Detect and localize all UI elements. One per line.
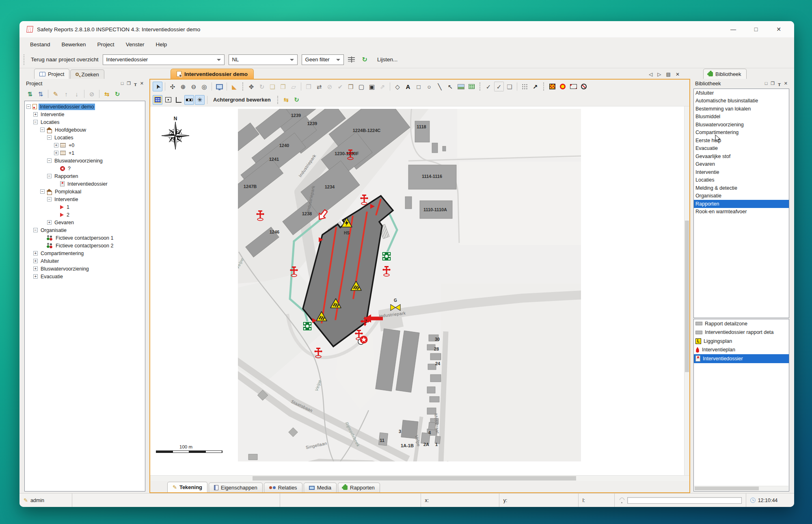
tree-item[interactable]: +Gevaren — [25, 219, 145, 226]
expander-plus[interactable]: + — [54, 143, 58, 147]
tree-item[interactable]: −Locaties — [25, 118, 145, 126]
tree-item[interactable]: Fictieve contactpersoon 2 — [25, 242, 145, 249]
text-tool[interactable]: A — [403, 82, 413, 91]
legend-item[interactable]: Interventiedossier — [694, 354, 789, 363]
crop-tool[interactable]: ▣ — [367, 82, 377, 91]
expander-plus[interactable]: + — [33, 274, 38, 279]
scrollbar-thumb[interactable] — [695, 487, 759, 490]
library-item[interactable]: Afsluiter — [694, 89, 789, 97]
send-backward-button[interactable]: ❐ — [278, 82, 288, 91]
frame-button[interactable]: ▢ — [356, 82, 366, 91]
library-item[interactable]: Bluswatervoorziening — [694, 121, 789, 129]
measure-tool[interactable]: ◣ — [229, 82, 239, 91]
pin-panel-button[interactable]: ┰ — [134, 81, 137, 86]
library-item[interactable]: Evacuatie — [694, 145, 789, 153]
tab-bibliotheek[interactable]: Bibliotheek — [703, 69, 747, 79]
legend-item[interactable]: Rapport detailzone — [694, 319, 789, 328]
zoom-out-tool[interactable]: ⊖ — [189, 82, 199, 91]
compass-button[interactable] — [579, 82, 589, 91]
close-tab-button[interactable]: ✕ — [676, 72, 680, 77]
library-item[interactable]: Bestemming van lokalen — [694, 105, 789, 113]
tab-interventiedossier-demo[interactable]: Interventiedossier demo — [171, 69, 254, 79]
library-item[interactable]: Rook-en warmteafvoer — [694, 208, 789, 216]
tab-eigenschappen[interactable]: Eigenschappen — [209, 483, 263, 492]
edit-vertices-tool[interactable]: ▱ — [289, 82, 298, 91]
sort-alpha-button[interactable]: ⇅ — [36, 89, 45, 99]
tab-media[interactable]: Media — [304, 483, 337, 492]
tree-item[interactable]: +Interventie — [25, 110, 145, 118]
library-item[interactable]: Gevaren — [694, 160, 789, 169]
expander-plus[interactable]: + — [33, 112, 38, 117]
expander-plus[interactable]: + — [33, 259, 38, 263]
tree-item[interactable]: −Bluswatervoorziening — [25, 157, 145, 165]
drawing-canvas[interactable]: N 100 m — [150, 106, 689, 475]
library-item[interactable]: Gevaarlijke stof — [694, 152, 789, 160]
pointer-jump-tool[interactable]: ↗ — [530, 82, 540, 91]
refresh-tree-button[interactable]: ↻ — [112, 89, 122, 99]
tree-item[interactable]: 1 — [25, 203, 145, 211]
library-item[interactable]: Blusmiddel — [694, 113, 789, 121]
duplicate-tool[interactable]: ❏ — [505, 82, 514, 91]
move-tool[interactable]: ✥ — [246, 82, 256, 91]
maximize-panel-button[interactable]: □ — [121, 81, 124, 86]
canvas-horizontal-scrollbar[interactable] — [150, 475, 689, 481]
project-tree[interactable]: −Interventiedossier demo+Interventie−Loc… — [24, 101, 145, 492]
expander-minus[interactable]: − — [40, 128, 45, 132]
expander-minus[interactable]: − — [47, 158, 52, 163]
language-select[interactable]: NL — [229, 54, 298, 65]
pan-tool[interactable]: ✣ — [168, 82, 177, 91]
zoom-in-tool[interactable]: ⊕ — [178, 82, 188, 91]
legend-item[interactable]: LLiggingsplan — [694, 337, 789, 346]
lists-button[interactable]: Lijsten... — [377, 56, 397, 63]
tree-item[interactable]: +Evacuatie — [25, 273, 145, 280]
expander-minus[interactable]: − — [33, 228, 38, 232]
map-canvas[interactable]: IndustrieparkIndustrieparkIndustrieparkV… — [238, 109, 581, 461]
tree-item[interactable]: Interventiedossier — [25, 180, 145, 188]
maximize-button[interactable]: □ — [745, 22, 767, 36]
ellipse-tool[interactable]: ○ — [424, 82, 434, 91]
expander-plus[interactable]: + — [47, 220, 52, 225]
rect-tool[interactable]: □ — [414, 82, 423, 91]
menu-bestand[interactable]: Bestand — [24, 39, 56, 50]
tree-item[interactable]: ? — [25, 165, 145, 172]
open-button[interactable]: ❒ — [346, 82, 356, 91]
expander-minus[interactable]: − — [47, 174, 52, 178]
legend-item[interactable]: Interventieplan — [694, 346, 789, 355]
tree-item[interactable]: Fictieve contactpersoon 1 — [25, 234, 145, 242]
library-list[interactable]: AfsluiterAutomatische blusinstallatieBes… — [693, 89, 789, 318]
tree-item[interactable]: −Interventie — [25, 195, 145, 203]
sync-button[interactable]: ⇆ — [281, 95, 291, 105]
expander-plus[interactable]: + — [33, 266, 38, 271]
tab-project[interactable]: Project — [34, 69, 69, 79]
library-item[interactable]: Interventie — [694, 168, 789, 176]
snap-grid-toggle[interactable]: ✓ — [494, 82, 504, 91]
tab-search[interactable]: Zoeken — [70, 69, 104, 79]
rotate-tool[interactable]: ↻ — [257, 82, 267, 91]
library-item[interactable]: Organisatie — [694, 192, 789, 200]
bring-forward-button[interactable]: ❏ — [268, 82, 277, 91]
transform-tool[interactable]: ⇗ — [378, 82, 387, 91]
expander-plus[interactable]: + — [54, 151, 58, 155]
float-panel-button[interactable]: ❐ — [771, 81, 775, 86]
close-panel-button[interactable]: ✕ — [784, 81, 788, 86]
legend-map-button[interactable] — [547, 82, 557, 91]
tree-item[interactable]: +Bluswatervoorziening — [25, 265, 145, 273]
menu-help[interactable]: Help — [150, 39, 173, 50]
legend-horizontal-scrollbar[interactable] — [694, 486, 788, 491]
axis-button[interactable] — [174, 95, 184, 105]
expander-minus[interactable]: − — [47, 197, 52, 201]
arrow-tool[interactable]: ↖ — [445, 82, 455, 91]
fit-view-button[interactable] — [214, 82, 224, 91]
image-tool[interactable] — [456, 82, 466, 91]
approve-button[interactable]: ✔ — [335, 82, 345, 91]
grid-dots-toggle[interactable] — [520, 82, 529, 91]
float-panel-button[interactable]: ❐ — [127, 81, 131, 86]
tab-rapporten[interactable]: Rapporten — [338, 483, 380, 492]
polygon-tool[interactable]: ◇ — [393, 82, 402, 91]
tab-tekening[interactable]: ✎Tekening — [167, 482, 207, 492]
legend-item[interactable]: Interventiedossier rapport deta — [694, 328, 789, 337]
legend-list[interactable]: Rapport detailzoneInterventiedossier rap… — [693, 319, 789, 492]
minimize-button[interactable]: — — [722, 22, 745, 36]
tree-item[interactable]: −Organisatie — [25, 226, 145, 234]
library-item[interactable]: Automatische blusinstallatie — [694, 97, 789, 105]
